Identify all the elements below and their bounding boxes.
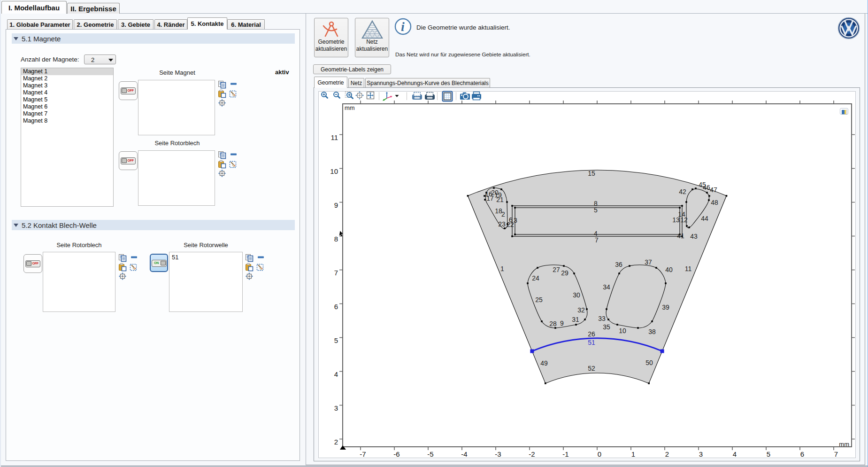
svg-text:9: 9 [334,201,338,209]
svg-text:5: 5 [767,450,770,457]
svg-text:42: 42 [679,188,686,195]
svg-text:26: 26 [588,330,595,338]
svg-text:8: 8 [334,235,338,243]
svg-text:34: 34 [603,283,610,291]
svg-text:-3: -3 [495,450,501,457]
svg-text:33: 33 [598,315,606,322]
svg-text:32: 32 [577,306,585,314]
svg-text:6: 6 [800,450,804,457]
svg-text:0: 0 [598,450,601,457]
svg-text:-7: -7 [360,450,366,457]
svg-text:13: 13 [672,216,680,224]
svg-text:30: 30 [573,291,580,299]
svg-text:9: 9 [560,319,564,327]
svg-text:10: 10 [330,167,338,175]
svg-text:1: 1 [631,450,635,457]
svg-text:11: 11 [330,133,338,141]
svg-text:3: 3 [514,217,517,224]
svg-text:5: 5 [594,206,598,214]
svg-text:31: 31 [572,316,579,323]
svg-text:mm: mm [839,441,849,448]
svg-text:2: 2 [334,438,338,446]
svg-text:22: 22 [507,221,514,228]
svg-text:-4: -4 [461,450,467,457]
svg-text:28: 28 [549,320,557,327]
svg-text:7: 7 [334,269,338,277]
svg-text:49: 49 [540,359,548,367]
svg-text:52: 52 [588,365,595,372]
svg-text:3: 3 [699,450,703,457]
svg-text:36: 36 [615,261,622,268]
svg-text:40: 40 [665,266,673,273]
svg-text:29: 29 [561,269,568,277]
svg-text:mm: mm [345,104,355,111]
svg-text:47: 47 [710,186,717,194]
svg-text:1: 1 [500,265,504,272]
svg-text:39: 39 [662,304,669,311]
svg-text:46: 46 [703,184,710,191]
svg-text:5: 5 [334,336,338,344]
svg-text:18: 18 [495,207,502,215]
svg-text:15: 15 [588,170,595,177]
svg-text:24: 24 [532,274,539,282]
svg-text:10: 10 [619,327,626,335]
svg-text:25: 25 [535,296,543,304]
svg-text:41: 41 [677,232,684,240]
svg-text:6: 6 [334,303,338,311]
svg-text:2: 2 [665,450,669,457]
svg-text:4: 4 [334,370,338,378]
svg-text:7: 7 [834,450,838,457]
svg-text:27: 27 [553,266,560,273]
svg-text:35: 35 [603,323,610,331]
svg-text:i: i [401,19,405,34]
svg-text:37: 37 [645,258,652,266]
svg-text:38: 38 [648,328,656,335]
svg-text:7: 7 [595,236,599,244]
svg-text:-5: -5 [427,450,433,457]
svg-text:44: 44 [701,215,708,222]
svg-text:4: 4 [733,450,737,457]
svg-text:48: 48 [711,199,718,206]
svg-text:43: 43 [690,233,698,240]
svg-text:-2: -2 [529,450,535,457]
svg-text:51: 51 [588,339,595,346]
svg-text:12: 12 [680,216,688,224]
svg-text:23: 23 [498,220,506,228]
svg-text:3: 3 [334,404,338,412]
svg-text:50: 50 [645,359,653,366]
svg-text:-1: -1 [562,450,568,457]
svg-text:21: 21 [496,196,504,203]
svg-text:11: 11 [685,265,692,272]
svg-text:-6: -6 [393,450,399,457]
